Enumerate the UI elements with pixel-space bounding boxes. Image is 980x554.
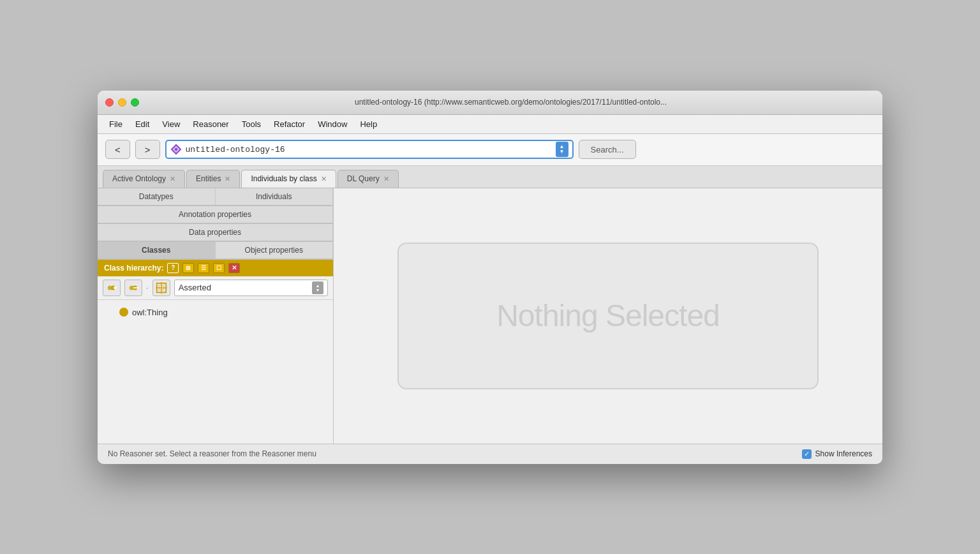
asserted-stepper-down: ▼ (316, 288, 320, 292)
toolbar: < > ▲ ▼ Search... (98, 134, 882, 166)
stepper-down-icon: ▼ (560, 149, 565, 154)
back-button[interactable]: < (105, 140, 130, 159)
sub-tab-row-2: Annotation properties (98, 206, 333, 224)
show-inferences-label: Show Inferences (815, 449, 872, 458)
tab-individuals-by-class-close[interactable]: ✕ (321, 175, 327, 183)
minimize-button[interactable] (118, 98, 126, 107)
right-panel: Nothing Selected (334, 188, 882, 444)
main-window: untitled-ontology-16 (http://www.semanti… (98, 91, 882, 464)
crosshair-icon (156, 282, 167, 294)
forward-button[interactable]: > (135, 140, 160, 159)
sub-tab-row-3: Data properties (98, 224, 333, 242)
hierarchy-icon-close[interactable]: ✕ (228, 263, 240, 273)
status-bar: No Reasoner set. Select a reasoner from … (98, 444, 882, 464)
status-message: No Reasoner set. Select a reasoner from … (108, 449, 316, 458)
menu-reasoner[interactable]: Reasoner (186, 117, 235, 131)
maximize-button[interactable] (131, 98, 139, 107)
menu-file[interactable]: File (103, 117, 129, 131)
menu-view[interactable]: View (156, 117, 186, 131)
nothing-selected-text: Nothing Selected (496, 298, 720, 333)
tree-item-owl-thing[interactable]: owl:Thing (100, 305, 330, 320)
menu-tools[interactable]: Tools (235, 117, 267, 131)
tab-individuals-by-class[interactable]: Individuals by class ✕ (241, 170, 336, 188)
close-button[interactable] (105, 98, 114, 107)
sub-tab-data-properties[interactable]: Data properties (98, 224, 333, 241)
tab-individuals-by-class-label: Individuals by class (251, 174, 316, 183)
main-content: Datatypes Individuals Annotation propert… (98, 188, 882, 444)
asserted-selector[interactable]: Asserted ▲ ▼ (174, 280, 328, 296)
tab-dl-query-label: DL Query (347, 174, 380, 183)
sub-tab-row-1: Datatypes Individuals (98, 188, 333, 206)
ontology-input-wrapper: ▲ ▼ (165, 140, 574, 159)
search-button[interactable]: Search... (579, 140, 636, 159)
hierarchy-icon-square[interactable]: ☐ (213, 263, 225, 273)
asserted-bar: · Asserted ▲ ▼ (98, 276, 333, 300)
add-individual-icon (106, 283, 117, 293)
sub-tab-annotation-properties[interactable]: Annotation properties (98, 206, 333, 223)
owl-thing-icon (119, 308, 128, 317)
add-individual-button[interactable] (103, 280, 121, 296)
menu-help[interactable]: Help (353, 117, 383, 131)
menu-edit[interactable]: Edit (129, 117, 156, 131)
nothing-selected-box: Nothing Selected (397, 243, 819, 389)
traffic-lights (105, 98, 139, 107)
sub-tab-object-properties[interactable]: Object properties (216, 242, 334, 259)
sub-tab-classes[interactable]: Classes (98, 242, 216, 259)
asserted-label: Asserted (179, 283, 312, 292)
crosshair-button[interactable] (152, 280, 170, 296)
ontology-name-input[interactable] (186, 145, 553, 154)
sub-tab-datatypes[interactable]: Datatypes (98, 188, 216, 206)
separator: · (146, 283, 149, 292)
title-bar: untitled-ontology-16 (http://www.semanti… (98, 91, 882, 115)
show-inferences-wrapper: ✓ Show Inferences (802, 449, 872, 459)
menu-bar: File Edit View Reasoner Tools Refactor W… (98, 115, 882, 134)
sub-tab-row-4: Classes Object properties (98, 242, 333, 260)
svg-point-2 (175, 148, 177, 151)
tab-entities-label: Entities (196, 174, 221, 183)
class-hierarchy-label: Class hierarchy: (104, 264, 163, 273)
menu-refactor[interactable]: Refactor (267, 117, 311, 131)
show-inferences-checkbox[interactable]: ✓ (802, 449, 812, 459)
asserted-stepper[interactable]: ▲ ▼ (312, 281, 323, 294)
owl-thing-label: owl:Thing (132, 308, 168, 317)
tab-dl-query[interactable]: DL Query ✕ (338, 170, 399, 188)
left-panel: Datatypes Individuals Annotation propert… (98, 188, 334, 444)
tree-area: owl:Thing (98, 300, 333, 444)
tab-bar: Active Ontology ✕ Entities ✕ Individuals… (98, 166, 882, 188)
hierarchy-icon-grid[interactable]: ⊞ (182, 263, 194, 273)
tab-entities-close[interactable]: ✕ (225, 175, 230, 183)
class-hierarchy-bar: Class hierarchy: ? ⊞ ☰ ☐ ✕ (98, 260, 333, 276)
remove-individual-icon (128, 283, 139, 293)
hierarchy-icon-question[interactable]: ? (167, 263, 179, 273)
tab-active-ontology-label: Active Ontology (112, 174, 166, 183)
tab-dl-query-close[interactable]: ✕ (383, 175, 389, 183)
tab-active-ontology-close[interactable]: ✕ (170, 175, 175, 183)
ontology-stepper[interactable]: ▲ ▼ (556, 142, 568, 157)
remove-individual-button[interactable] (124, 280, 142, 296)
sub-tab-individuals[interactable]: Individuals (216, 188, 334, 206)
checkbox-check-icon: ✓ (804, 450, 810, 458)
menu-window[interactable]: Window (311, 117, 353, 131)
tab-entities[interactable]: Entities ✕ (186, 170, 240, 188)
ontology-icon (170, 144, 182, 155)
tab-active-ontology[interactable]: Active Ontology ✕ (103, 170, 185, 188)
hierarchy-icon-list[interactable]: ☰ (198, 263, 209, 273)
asserted-stepper-up: ▲ (316, 283, 320, 288)
window-title: untitled-ontology-16 (http://www.semanti… (147, 98, 875, 107)
